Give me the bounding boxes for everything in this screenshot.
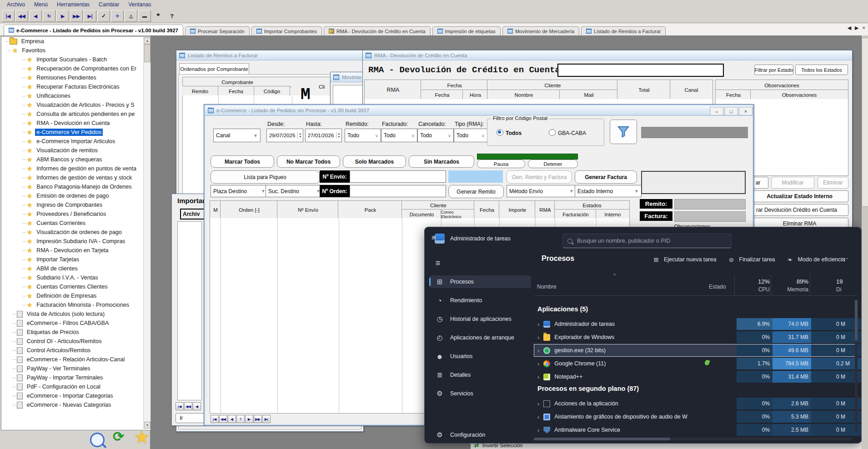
- window-titlebar[interactable]: RMA - Devolución de Crédito en Cuenta: [363, 50, 852, 60]
- tree-item[interactable]: ─ Informes de gestión de ventas y stock: [1, 173, 151, 182]
- process-row[interactable]: › Acciones de la aplicación 0% 2.6 MB 0 …: [534, 397, 858, 410]
- filtrar-estado-button[interactable]: Filtrar por Estado: [754, 65, 793, 75]
- tree-item[interactable]: ─ PdF - Configuración en Local: [1, 382, 151, 391]
- tm-horizontal-scrollbar[interactable]: [534, 438, 852, 440]
- tree-item[interactable]: ─ Cuentas Corrientes Clientes: [1, 282, 151, 291]
- toolbar-button[interactable]: ?: [166, 10, 178, 22]
- sin-marcados-button[interactable]: Sin Marcados: [409, 155, 474, 168]
- process-row[interactable]: › Aislamiento de gráficos de dispositivo…: [534, 410, 858, 423]
- tab-ordenados[interactable]: Ordenados por Comprobante: [179, 63, 249, 75]
- column-header[interactable]: Fecha: [218, 86, 254, 96]
- vcr-button[interactable]: |◀: [211, 415, 219, 423]
- window-control-button[interactable]: ×: [739, 107, 753, 115]
- vcr-button[interactable]: ▶: [245, 415, 253, 423]
- tree-item[interactable]: ─ ABM de clientes: [1, 264, 151, 273]
- chevron-right-icon[interactable]: ›: [537, 334, 539, 341]
- tm-sidebar-item[interactable]: ☻ Usuarios: [429, 350, 531, 363]
- tree-item[interactable]: ─ Vista de Articulos (solo lectura): [1, 309, 151, 319]
- tm-vertical-scrollbar[interactable]: [855, 300, 858, 432]
- rma-col-total[interactable]: Total: [617, 80, 671, 100]
- process-row[interactable]: › Antimalware Core Service 0% 2.5 MB 0 M: [534, 424, 858, 436]
- tree-item[interactable]: ─ Visualización de remitos: [1, 146, 151, 155]
- vcr-button[interactable]: ?: [236, 415, 245, 423]
- tm-action-button[interactable]: ⊞ Ejecutar nueva tarea: [652, 255, 716, 264]
- no-marcar-todos-button[interactable]: No Marcar Todos: [277, 155, 340, 168]
- plaza-destino-combobox[interactable]: Plaza Destino▼: [211, 185, 268, 197]
- canal-combobox[interactable]: Canal▼: [213, 129, 261, 142]
- scroll-thumb[interactable]: [862, 38, 868, 207]
- tree-item[interactable]: ─ Importar Sucursales - Batch: [1, 55, 151, 64]
- vcr-button[interactable]: ◀: [193, 402, 201, 410]
- col-disco[interactable]: Di: [836, 286, 841, 293]
- col-rma[interactable]: RMA: [535, 200, 556, 220]
- estado-interno-combobox[interactable]: Estado Interno▼: [575, 185, 642, 197]
- tm-sidebar-item[interactable]: ◔ Rendimiento: [429, 294, 531, 307]
- tm-sidebar-item-configuracion[interactable]: ⚙ Configuración: [429, 429, 531, 441]
- tree-item[interactable]: ─ Banco Patagonia-Manejo de Ordenes: [1, 182, 151, 191]
- col-importe[interactable]: Importe: [499, 200, 536, 220]
- window-control-button[interactable]: □: [724, 107, 738, 115]
- tree-item[interactable]: ─ PayWay - Ver Terminales: [1, 364, 151, 373]
- vcr-button[interactable]: ◀: [228, 415, 236, 423]
- col-cpu[interactable]: CPU: [737, 286, 770, 293]
- tree-item[interactable]: ─ eCommerce - Filtros CABA/GBA: [1, 319, 151, 328]
- facturado-combobox[interactable]: Todo∨: [381, 129, 417, 142]
- tab[interactable]: e-Commerce - Listado de Pedidos sin Proc…: [4, 25, 183, 35]
- tree-item[interactable]: ─ Consulta de articulos pendientes en pe: [1, 110, 151, 119]
- tree-item[interactable]: ─ Emisión de ordenes de pago: [1, 191, 151, 200]
- tm-sidebar-item[interactable]: ⊞ Procesos: [429, 275, 531, 288]
- cancelado-combobox[interactable]: Todo∨: [417, 129, 454, 142]
- spinner-arrows[interactable]: ▲▼: [297, 132, 303, 139]
- tree-item[interactable]: ─ Cuentas Corrientes: [1, 219, 151, 228]
- actualizar-estado-button[interactable]: Actualizar Estado Interno: [751, 190, 848, 202]
- marcar-todos-button[interactable]: Marcar Todos: [211, 155, 274, 168]
- generar-devolucion-button[interactable]: rar Devolución Crédito en Cuenta: [745, 204, 848, 216]
- tm-search-box[interactable]: Busque un nombre, publicador o PID: [562, 234, 732, 248]
- tab[interactable]: Impresión de etiquetas: [432, 26, 501, 35]
- tree-item[interactable]: ─ Importar Tarjetas: [1, 255, 151, 264]
- window-control-button[interactable]: –: [710, 107, 723, 115]
- tab-nav-button[interactable]: ×: [863, 25, 865, 31]
- workspace-scrollbar[interactable]: [862, 35, 868, 449]
- remitido-combobox[interactable]: Todo∨: [345, 129, 381, 142]
- process-row[interactable]: › Explorador de Windows 0% 31.7 MB 0 M: [534, 331, 858, 344]
- tm-sidebar-item[interactable]: ◴ Aplicaciones de arranque: [429, 331, 531, 344]
- tree-item[interactable]: ─ e-Commerce Ver Pedidos: [1, 128, 151, 137]
- chevron-right-icon[interactable]: ›: [537, 321, 539, 328]
- toolbar-button[interactable]: △: [125, 10, 137, 22]
- numero-envio-input[interactable]: [350, 170, 446, 183]
- window-titlebar[interactable]: Listado de Remitos a Facturar: [176, 50, 363, 60]
- toolbar-button[interactable]: ✓: [97, 10, 110, 22]
- gen-remito-factura-button[interactable]: Gen. Remito y Factura: [507, 170, 572, 184]
- search-icon[interactable]: [90, 433, 105, 447]
- tm-sidebar-item[interactable]: ⚙ Servicios: [429, 387, 531, 400]
- tab[interactable]: Movimiento de Mercadería: [502, 26, 579, 35]
- tree-item[interactable]: ─ RMA - Devolución en Cuenta: [1, 119, 151, 128]
- rma-col-canal[interactable]: Canal: [670, 80, 713, 100]
- modificar-button[interactable]: Modificar: [771, 177, 814, 189]
- vcr-button[interactable]: ▶|: [262, 415, 271, 423]
- tm-sidebar-item[interactable]: ≣ Detalles: [429, 369, 531, 381]
- chevron-right-icon[interactable]: ›: [537, 347, 539, 354]
- vcr-button[interactable]: |◀: [176, 402, 184, 410]
- generar-remito-button[interactable]: Generar Remito: [448, 185, 504, 198]
- tab[interactable]: Listado de Remitos a Facturar: [581, 26, 666, 35]
- tm-window-control[interactable]: ×: [425, 231, 443, 244]
- spinner-arrows[interactable]: ▲▼: [336, 132, 341, 139]
- eliminar-button[interactable]: Eliminar: [818, 177, 848, 189]
- tree-item[interactable]: ─ eCommerce - Importar Categorias: [1, 391, 151, 400]
- col-orden[interactable]: Orden [-]: [220, 200, 278, 220]
- col-fecha[interactable]: Fecha: [474, 200, 500, 220]
- chevron-right-icon[interactable]: ›: [537, 374, 539, 380]
- numero-orden-input[interactable]: [350, 185, 446, 197]
- detener-button[interactable]: Detener: [528, 160, 578, 168]
- lista-piqueo-button[interactable]: Lista para Piqueo: [211, 170, 320, 184]
- tree-item[interactable]: ─ Visualización de Articulos - Precios y…: [1, 100, 151, 110]
- tree-item[interactable]: ─ RMA - Devolución en Tarjeta: [1, 246, 151, 255]
- tree-item[interactable]: ─ Favoritos: [1, 46, 151, 55]
- toolbar-button[interactable]: ↻: [43, 10, 55, 22]
- radio-gba-caba[interactable]: GBA-CABA: [549, 129, 586, 136]
- tab[interactable]: Procesar Separación: [185, 26, 250, 35]
- menu-item[interactable]: Archivo: [3, 0, 29, 9]
- chevron-right-icon[interactable]: ›: [537, 360, 539, 367]
